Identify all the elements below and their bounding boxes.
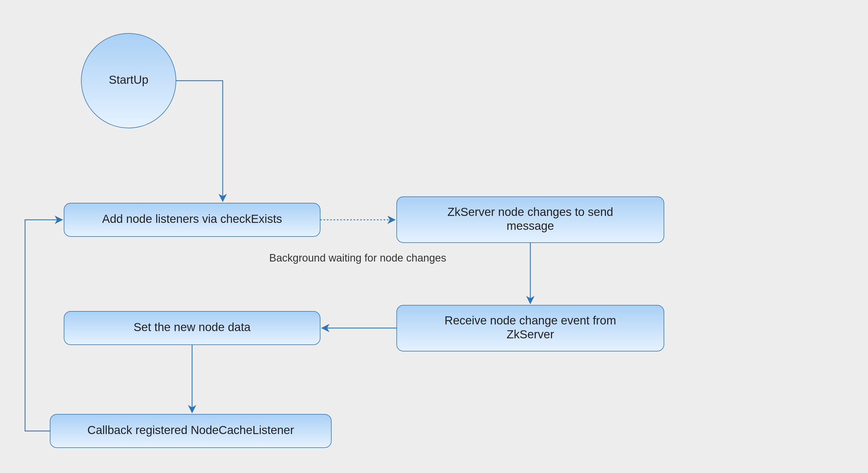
edge-callback-to-addlisteners: [25, 220, 61, 431]
node-add-listeners: Add node listeners via checkExists: [64, 203, 320, 236]
node-set-data-label: Set the new node data: [134, 320, 251, 334]
node-receive-event: Receive node change event from ZkServer: [397, 305, 664, 351]
node-add-listeners-label: Add node listeners via checkExists: [102, 212, 282, 225]
edge-label-background-waiting: Background waiting for node changes: [269, 252, 446, 264]
node-callback-label: Callback registered NodeCacheListener: [87, 423, 294, 437]
node-startup-label: StartUp: [109, 73, 148, 86]
node-callback: Callback registered NodeCacheListener: [50, 414, 331, 448]
node-receive-event-line1: Receive node change event from: [444, 314, 616, 327]
node-zkserver-send-line1: ZkServer node changes to send: [447, 206, 613, 218]
node-set-data: Set the new node data: [64, 311, 320, 345]
node-zkserver-send: ZkServer node changes to send message: [397, 197, 664, 243]
edge-startup-to-addlisteners: [176, 81, 223, 200]
node-receive-event-line2: ZkServer: [507, 328, 554, 341]
flowchart-canvas: StartUp Add node listeners via checkExis…: [0, 0, 868, 473]
node-zkserver-send-line2: message: [507, 219, 554, 232]
node-startup: StartUp: [81, 33, 176, 128]
